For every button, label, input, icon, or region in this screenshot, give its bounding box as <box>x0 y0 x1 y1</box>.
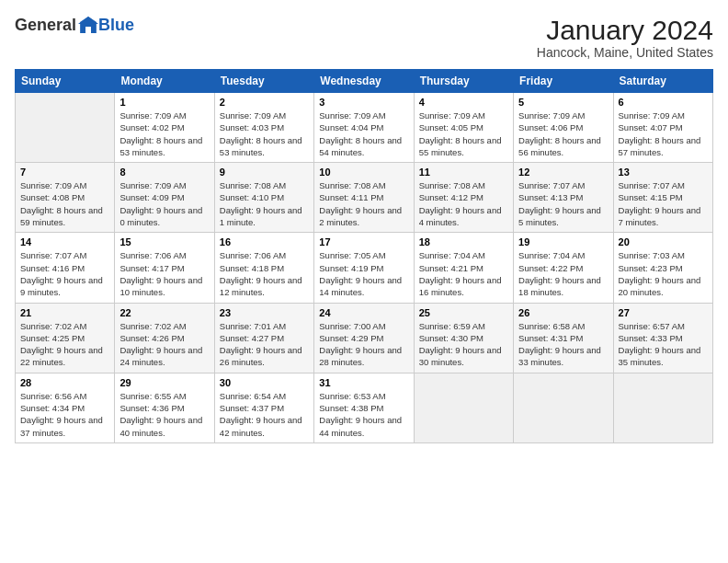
day-info: Sunrise: 7:04 AMSunset: 4:21 PMDaylight:… <box>419 249 508 298</box>
day-info: Sunrise: 7:00 AMSunset: 4:29 PMDaylight:… <box>319 320 408 369</box>
day-info: Sunrise: 7:08 AMSunset: 4:11 PMDaylight:… <box>319 179 408 228</box>
logo-general: General <box>15 16 76 35</box>
week-row-5: 28Sunrise: 6:56 AMSunset: 4:34 PMDayligh… <box>16 373 713 442</box>
day-info: Sunrise: 7:06 AMSunset: 4:17 PMDaylight:… <box>119 249 209 298</box>
day-number: 11 <box>419 167 508 178</box>
day-cell <box>613 373 712 442</box>
day-cell: 17Sunrise: 7:05 AMSunset: 4:19 PMDayligh… <box>314 233 414 303</box>
header-cell-monday: Monday <box>115 70 214 93</box>
day-number: 29 <box>119 377 209 388</box>
day-number: 4 <box>419 97 508 108</box>
day-cell: 12Sunrise: 7:07 AMSunset: 4:13 PMDayligh… <box>514 163 613 233</box>
header-cell-wednesday: Wednesday <box>314 70 414 93</box>
day-info: Sunrise: 6:58 AMSunset: 4:31 PMDaylight:… <box>518 320 608 369</box>
day-cell: 27Sunrise: 6:57 AMSunset: 4:33 PMDayligh… <box>613 303 712 373</box>
sub-title: Hancock, Maine, United States <box>537 45 713 60</box>
day-number: 3 <box>319 97 408 108</box>
day-info: Sunrise: 6:59 AMSunset: 4:30 PMDaylight:… <box>419 320 508 369</box>
day-cell: 30Sunrise: 6:54 AMSunset: 4:37 PMDayligh… <box>214 373 313 442</box>
day-cell: 3Sunrise: 7:09 AMSunset: 4:04 PMDaylight… <box>314 93 414 163</box>
week-row-3: 14Sunrise: 7:07 AMSunset: 4:16 PMDayligh… <box>16 233 713 303</box>
day-cell <box>414 373 513 442</box>
day-number: 25 <box>419 307 508 318</box>
day-number: 7 <box>20 167 109 178</box>
day-cell: 25Sunrise: 6:59 AMSunset: 4:30 PMDayligh… <box>414 303 513 373</box>
day-info: Sunrise: 7:01 AMSunset: 4:27 PMDaylight:… <box>220 320 309 369</box>
day-cell: 10Sunrise: 7:08 AMSunset: 4:11 PMDayligh… <box>314 163 414 233</box>
day-info: Sunrise: 7:09 AMSunset: 4:08 PMDaylight:… <box>20 179 109 228</box>
day-info: Sunrise: 7:08 AMSunset: 4:10 PMDaylight:… <box>220 179 309 228</box>
week-row-2: 7Sunrise: 7:09 AMSunset: 4:08 PMDaylight… <box>16 163 713 233</box>
day-number: 10 <box>319 167 408 178</box>
day-number: 16 <box>220 236 309 247</box>
day-cell: 23Sunrise: 7:01 AMSunset: 4:27 PMDayligh… <box>214 303 313 373</box>
day-cell: 19Sunrise: 7:04 AMSunset: 4:22 PMDayligh… <box>514 233 613 303</box>
day-info: Sunrise: 7:07 AMSunset: 4:16 PMDaylight:… <box>20 249 109 298</box>
day-cell: 9Sunrise: 7:08 AMSunset: 4:10 PMDaylight… <box>214 163 313 233</box>
day-cell <box>514 373 613 442</box>
day-cell: 4Sunrise: 7:09 AMSunset: 4:05 PMDaylight… <box>414 93 513 163</box>
day-number: 13 <box>619 167 708 178</box>
day-cell: 24Sunrise: 7:00 AMSunset: 4:29 PMDayligh… <box>314 303 414 373</box>
logo-blue: Blue <box>98 16 134 35</box>
header-row: SundayMondayTuesdayWednesdayThursdayFrid… <box>16 70 713 93</box>
day-cell: 11Sunrise: 7:08 AMSunset: 4:12 PMDayligh… <box>414 163 513 233</box>
day-cell: 5Sunrise: 7:09 AMSunset: 4:06 PMDaylight… <box>514 93 613 163</box>
day-info: Sunrise: 7:09 AMSunset: 4:03 PMDaylight:… <box>220 109 309 158</box>
day-number: 30 <box>220 377 309 388</box>
header-cell-saturday: Saturday <box>613 70 712 93</box>
day-info: Sunrise: 7:06 AMSunset: 4:18 PMDaylight:… <box>220 249 309 298</box>
day-cell: 1Sunrise: 7:09 AMSunset: 4:02 PMDaylight… <box>115 93 214 163</box>
day-info: Sunrise: 6:53 AMSunset: 4:38 PMDaylight:… <box>319 390 408 439</box>
day-number: 14 <box>20 236 109 247</box>
day-cell: 21Sunrise: 7:02 AMSunset: 4:25 PMDayligh… <box>16 303 115 373</box>
day-cell: 6Sunrise: 7:09 AMSunset: 4:07 PMDaylight… <box>613 93 712 163</box>
day-cell: 8Sunrise: 7:09 AMSunset: 4:09 PMDaylight… <box>115 163 214 233</box>
day-number: 24 <box>319 307 408 318</box>
day-number: 20 <box>619 236 708 247</box>
svg-rect-2 <box>85 27 91 33</box>
day-info: Sunrise: 7:09 AMSunset: 4:02 PMDaylight:… <box>119 109 209 158</box>
day-info: Sunrise: 7:07 AMSunset: 4:15 PMDaylight:… <box>619 179 708 228</box>
day-cell: 26Sunrise: 6:58 AMSunset: 4:31 PMDayligh… <box>514 303 613 373</box>
day-number: 18 <box>419 236 508 247</box>
day-info: Sunrise: 7:09 AMSunset: 4:04 PMDaylight:… <box>319 109 408 158</box>
day-info: Sunrise: 6:57 AMSunset: 4:33 PMDaylight:… <box>619 320 708 369</box>
logo: General Blue <box>15 15 134 35</box>
day-number: 9 <box>220 167 309 178</box>
day-number: 22 <box>119 307 209 318</box>
day-number: 17 <box>319 236 408 247</box>
day-info: Sunrise: 7:02 AMSunset: 4:25 PMDaylight:… <box>20 320 109 369</box>
header-cell-thursday: Thursday <box>414 70 513 93</box>
day-info: Sunrise: 6:55 AMSunset: 4:36 PMDaylight:… <box>119 390 209 439</box>
day-number: 12 <box>518 167 608 178</box>
header-cell-sunday: Sunday <box>16 70 115 93</box>
day-info: Sunrise: 7:03 AMSunset: 4:23 PMDaylight:… <box>619 249 708 298</box>
title-area: January 2024 Hancock, Maine, United Stat… <box>537 15 713 60</box>
day-cell: 20Sunrise: 7:03 AMSunset: 4:23 PMDayligh… <box>613 233 712 303</box>
main-title: January 2024 <box>537 15 713 45</box>
day-cell <box>16 93 115 163</box>
day-info: Sunrise: 6:56 AMSunset: 4:34 PMDaylight:… <box>20 390 109 439</box>
day-cell: 29Sunrise: 6:55 AMSunset: 4:36 PMDayligh… <box>115 373 214 442</box>
week-row-4: 21Sunrise: 7:02 AMSunset: 4:25 PMDayligh… <box>16 303 713 373</box>
day-cell: 13Sunrise: 7:07 AMSunset: 4:15 PMDayligh… <box>613 163 712 233</box>
day-number: 27 <box>619 307 708 318</box>
day-info: Sunrise: 7:09 AMSunset: 4:05 PMDaylight:… <box>419 109 508 158</box>
day-number: 1 <box>119 97 209 108</box>
day-info: Sunrise: 7:09 AMSunset: 4:07 PMDaylight:… <box>619 109 708 158</box>
day-cell: 16Sunrise: 7:06 AMSunset: 4:18 PMDayligh… <box>214 233 313 303</box>
day-cell: 14Sunrise: 7:07 AMSunset: 4:16 PMDayligh… <box>16 233 115 303</box>
header-cell-friday: Friday <box>514 70 613 93</box>
header-cell-tuesday: Tuesday <box>214 70 313 93</box>
day-info: Sunrise: 7:07 AMSunset: 4:13 PMDaylight:… <box>518 179 608 228</box>
day-number: 26 <box>518 307 608 318</box>
day-number: 2 <box>220 97 309 108</box>
day-number: 8 <box>119 167 209 178</box>
logo-icon <box>78 15 98 35</box>
day-cell: 15Sunrise: 7:06 AMSunset: 4:17 PMDayligh… <box>115 233 214 303</box>
day-number: 28 <box>20 377 109 388</box>
day-number: 21 <box>20 307 109 318</box>
calendar-table: SundayMondayTuesdayWednesdayThursdayFrid… <box>15 69 713 443</box>
day-number: 23 <box>220 307 309 318</box>
